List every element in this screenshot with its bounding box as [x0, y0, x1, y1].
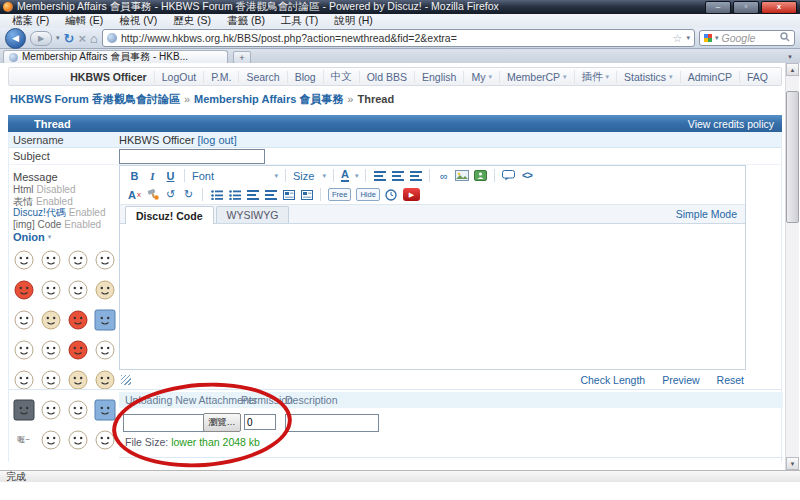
- unordered-list-icon[interactable]: [228, 187, 241, 203]
- search-engine-dropdown-icon[interactable]: ▾: [715, 34, 719, 42]
- bookmark-star-icon[interactable]: ☆: [673, 32, 683, 45]
- scroll-up-icon[interactable]: ▲: [786, 63, 799, 76]
- bold-button[interactable]: B: [128, 168, 141, 184]
- menu-3[interactable]: 歷史 (S): [165, 14, 219, 28]
- forum-nav-english[interactable]: English: [414, 71, 463, 83]
- forum-nav-my[interactable]: My▾: [463, 71, 499, 83]
- font-dropdown[interactable]: Font▾: [192, 168, 278, 184]
- smiley-4[interactable]: [91, 245, 118, 275]
- bookmark-dropdown-icon[interactable]: ▾: [686, 34, 690, 42]
- smiley-5[interactable]: [10, 275, 37, 305]
- forum-nav-membercp[interactable]: MemberCP▾: [499, 71, 574, 83]
- forum-nav-admincp[interactable]: AdminCP: [680, 71, 739, 83]
- preview-link[interactable]: Preview: [662, 374, 699, 386]
- search-input[interactable]: Google: [722, 32, 777, 44]
- back-button[interactable]: ◀: [5, 28, 26, 49]
- smiley-3[interactable]: [64, 245, 91, 275]
- clock-icon[interactable]: [385, 187, 398, 203]
- smiley-25[interactable]: 喔~: [10, 425, 37, 455]
- resize-handle[interactable]: [121, 375, 131, 385]
- smiley-13[interactable]: [10, 335, 37, 365]
- smiley-11[interactable]: [64, 305, 91, 335]
- smiley-12[interactable]: [91, 305, 118, 335]
- minimize-button[interactable]: –: [705, 1, 731, 14]
- forum-nav-中文[interactable]: 中文: [323, 70, 359, 84]
- smiley-21[interactable]: [10, 395, 37, 425]
- home-button[interactable]: ⌂: [90, 31, 98, 46]
- forum-nav-logout[interactable]: LogOut: [154, 71, 203, 83]
- breadcrumb-section-link[interactable]: Membership Affairs 會員事務: [194, 93, 343, 105]
- image-icon[interactable]: [455, 168, 469, 184]
- undo-icon[interactable]: ↺: [164, 187, 177, 203]
- forum-nav-blog[interactable]: Blog: [287, 71, 323, 83]
- log-out-link[interactable]: [log out]: [198, 134, 237, 146]
- search-icon[interactable]: [780, 32, 790, 44]
- format-brush-icon[interactable]: [146, 187, 159, 203]
- underline-button[interactable]: U: [164, 168, 177, 184]
- smiley-16[interactable]: [91, 335, 118, 365]
- subject-input[interactable]: [119, 149, 265, 164]
- smiley-8[interactable]: [91, 275, 118, 305]
- url-bar[interactable]: http://www.hkbws.org.hk/BBS/post.php?act…: [102, 29, 695, 47]
- forum-nav-插件[interactable]: 插件▾: [574, 70, 617, 84]
- message-textarea[interactable]: [120, 224, 745, 369]
- italic-button[interactable]: I: [146, 168, 159, 184]
- menu-4[interactable]: 書籤 (B): [219, 14, 273, 28]
- smiley-6[interactable]: [37, 275, 64, 305]
- check-length-link[interactable]: Check Length: [580, 374, 645, 386]
- smiley-27[interactable]: [64, 425, 91, 455]
- hide-tag-button[interactable]: Hide: [356, 188, 379, 201]
- smiley-2[interactable]: [37, 245, 64, 275]
- description-input[interactable]: [285, 414, 379, 432]
- menu-5[interactable]: 工具 (T): [273, 14, 326, 28]
- maximize-button[interactable]: ▫: [733, 1, 759, 14]
- free-tag-button[interactable]: Free: [328, 188, 351, 201]
- stop-button[interactable]: ×: [78, 31, 86, 46]
- size-dropdown[interactable]: Size▾: [293, 168, 326, 184]
- media-icon[interactable]: [474, 168, 487, 184]
- smiley-7[interactable]: [64, 275, 91, 305]
- color-dropdown[interactable]: A▾: [341, 168, 358, 184]
- history-dropdown-icon[interactable]: ▾: [56, 34, 60, 42]
- indent-icon[interactable]: [264, 187, 277, 203]
- align-center-icon[interactable]: [391, 168, 404, 184]
- align-left-icon[interactable]: [373, 168, 386, 184]
- tab-discuz-code[interactable]: Discuz! Code: [125, 206, 214, 224]
- menu-0[interactable]: 檔案 (F): [4, 14, 57, 28]
- tab-list-dropdown-icon[interactable]: ▾: [783, 51, 797, 62]
- smiley-10[interactable]: [37, 305, 64, 335]
- scroll-down-icon[interactable]: ▼: [786, 457, 799, 470]
- smiley-23[interactable]: [64, 395, 91, 425]
- simple-mode-link[interactable]: Simple Mode: [676, 208, 737, 220]
- code-icon[interactable]: <>: [520, 168, 533, 184]
- google-logo-icon[interactable]: [704, 34, 712, 42]
- forward-button[interactable]: ▶: [30, 31, 52, 46]
- smiley-set-dropdown[interactable]: Onion ▾: [13, 231, 51, 243]
- search-box[interactable]: ▾ Google: [699, 30, 795, 46]
- menu-2[interactable]: 檢視 (V): [111, 14, 165, 28]
- youtube-icon[interactable]: ▶: [403, 188, 420, 201]
- align-right-icon[interactable]: [409, 168, 422, 184]
- smiley-26[interactable]: [37, 425, 64, 455]
- view-credits-policy-link[interactable]: View credits policy: [688, 118, 774, 130]
- reload-button[interactable]: ↻: [64, 31, 75, 46]
- smiley-9[interactable]: [10, 305, 37, 335]
- quote-icon[interactable]: [502, 168, 515, 184]
- breadcrumb-forum-link[interactable]: HKBWS Forum 香港觀鳥會討論區: [10, 93, 180, 105]
- link-icon[interactable]: ∞: [437, 168, 450, 184]
- close-button[interactable]: x: [761, 1, 797, 14]
- forum-nav-hkbws-officer[interactable]: HKBWS Officer: [63, 71, 153, 83]
- url-text[interactable]: http://www.hkbws.org.hk/BBS/post.php?act…: [121, 32, 669, 44]
- menu-6[interactable]: 說明 (H): [326, 14, 381, 28]
- smiley-14[interactable]: [37, 335, 64, 365]
- forum-nav-search[interactable]: Search: [238, 71, 286, 83]
- redo-icon[interactable]: ↻: [182, 187, 195, 203]
- tab-membership-affairs[interactable]: Membership Affairs 會員事務 - HKB...: [3, 50, 228, 63]
- forum-nav-statistics[interactable]: Statistics▾: [616, 71, 680, 83]
- menu-1[interactable]: 編輯 (E): [57, 14, 111, 28]
- smiley-22[interactable]: [37, 395, 64, 425]
- smiley-1[interactable]: [10, 245, 37, 275]
- reset-link[interactable]: Reset: [717, 374, 744, 386]
- remove-format-icon[interactable]: Ax: [128, 187, 141, 203]
- float-right-icon[interactable]: [300, 187, 313, 203]
